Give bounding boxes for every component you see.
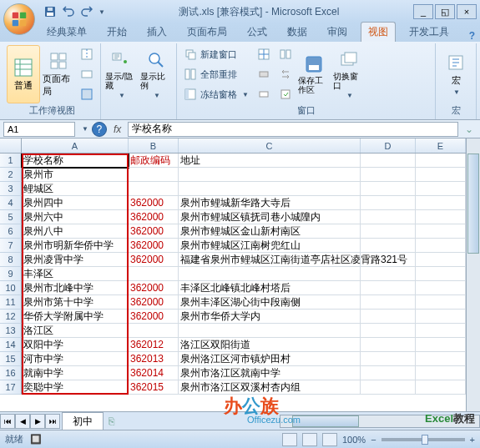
save-workspace-button[interactable]: 保存工作区 bbox=[297, 45, 331, 103]
cell[interactable]: 泉州八中 bbox=[22, 224, 129, 239]
cell[interactable] bbox=[129, 267, 179, 281]
cell[interactable]: 双阳中学 bbox=[22, 338, 129, 352]
last-sheet-button[interactable]: ⏭ bbox=[45, 414, 60, 429]
cell[interactable]: 362000 bbox=[129, 239, 179, 253]
new-sheet-icon[interactable]: ⎘ bbox=[104, 415, 119, 427]
row-header-5[interactable]: 5 bbox=[0, 210, 22, 224]
cell[interactable]: 泉州市鲤城新华路大寺后 bbox=[179, 196, 361, 210]
spreadsheet-grid[interactable]: ABCDE 1学校名称邮政编码地址2泉州市3鲤城区4泉州四中362000泉州市鲤… bbox=[0, 138, 480, 411]
cell[interactable]: 洛江区双阳街道 bbox=[179, 338, 361, 352]
page-break-preview-button[interactable] bbox=[77, 45, 97, 63]
column-header-D[interactable]: D bbox=[361, 138, 416, 153]
cell[interactable] bbox=[416, 154, 466, 168]
cell[interactable] bbox=[361, 239, 416, 253]
cell[interactable] bbox=[361, 267, 416, 281]
cell[interactable] bbox=[361, 182, 416, 196]
cell[interactable]: 奕聪中学 bbox=[22, 380, 129, 395]
cell[interactable] bbox=[361, 210, 416, 224]
zoom-slider[interactable] bbox=[381, 438, 465, 441]
cell[interactable]: 泉州凌霄中学 bbox=[22, 253, 129, 267]
cell[interactable]: 362013 bbox=[129, 352, 179, 366]
cell[interactable]: 泉州市 bbox=[22, 168, 129, 182]
prev-sheet-button[interactable]: ◀ bbox=[15, 414, 30, 429]
page-layout-view-icon[interactable] bbox=[302, 433, 317, 446]
row-header-11[interactable]: 11 bbox=[0, 295, 22, 310]
cell[interactable]: 泉州市鲤城区金山新村南区 bbox=[179, 224, 361, 239]
cell[interactable] bbox=[179, 267, 361, 281]
horizontal-scroll-thumb[interactable] bbox=[292, 415, 359, 427]
cell[interactable]: 泉州六中 bbox=[22, 210, 129, 224]
cell[interactable] bbox=[416, 366, 466, 380]
row-header-1[interactable]: 1 bbox=[0, 154, 22, 168]
cell[interactable] bbox=[361, 338, 416, 352]
cell[interactable]: 泉州丰泽区湖心街中段南侧 bbox=[179, 295, 361, 310]
cell[interactable] bbox=[416, 281, 466, 295]
minimize-button[interactable]: _ bbox=[413, 4, 433, 19]
cell[interactable]: 362000 bbox=[129, 310, 179, 324]
show-hide-button[interactable]: 显示/隐藏▼ bbox=[104, 45, 138, 103]
cell[interactable] bbox=[416, 310, 466, 324]
cell[interactable] bbox=[179, 324, 361, 338]
cell[interactable]: 362014 bbox=[129, 366, 179, 380]
first-sheet-button[interactable]: ⏮ bbox=[0, 414, 15, 429]
cell[interactable] bbox=[416, 210, 466, 224]
cell[interactable] bbox=[129, 168, 179, 182]
cell[interactable]: 泉州市洛江区双溪村杏内组 bbox=[179, 380, 361, 395]
cell[interactable] bbox=[416, 267, 466, 281]
cell[interactable]: 泉州四中 bbox=[22, 196, 129, 210]
fullscreen-button[interactable] bbox=[77, 85, 97, 103]
cell[interactable] bbox=[361, 324, 416, 338]
cell[interactable] bbox=[361, 253, 416, 267]
cell[interactable]: 362000 bbox=[129, 281, 179, 295]
zoom-thumb[interactable] bbox=[422, 435, 428, 445]
cell[interactable] bbox=[416, 295, 466, 310]
cell[interactable] bbox=[361, 224, 416, 239]
cell[interactable] bbox=[416, 380, 466, 395]
cell[interactable] bbox=[361, 168, 416, 182]
cell[interactable] bbox=[416, 239, 466, 253]
sheet-tab[interactable]: 初中 bbox=[62, 412, 104, 430]
cell[interactable] bbox=[416, 224, 466, 239]
cell[interactable] bbox=[129, 324, 179, 338]
row-header-8[interactable]: 8 bbox=[0, 253, 22, 267]
row-header-13[interactable]: 13 bbox=[0, 324, 22, 338]
save-icon[interactable] bbox=[42, 3, 58, 20]
cell[interactable] bbox=[416, 168, 466, 182]
cell[interactable]: 丰泽区北峰镇北峰村塔后 bbox=[179, 281, 361, 295]
namebox-dropdown-icon[interactable]: ▼ bbox=[82, 125, 88, 133]
ribbon-help-icon[interactable]: ? bbox=[469, 30, 475, 42]
name-box[interactable]: A1 bbox=[3, 122, 75, 137]
row-header-3[interactable]: 3 bbox=[0, 182, 22, 196]
normal-view-icon[interactable] bbox=[282, 433, 297, 446]
cell[interactable] bbox=[361, 352, 416, 366]
cell[interactable] bbox=[129, 182, 179, 196]
cell[interactable] bbox=[179, 168, 361, 182]
cell[interactable] bbox=[416, 338, 466, 352]
new-window-button[interactable]: 新建窗口 bbox=[180, 45, 252, 63]
column-header-B[interactable]: B bbox=[129, 138, 179, 153]
ribbon-tab-2[interactable]: 插入 bbox=[140, 23, 174, 42]
cell[interactable] bbox=[361, 366, 416, 380]
qat-dropdown-icon[interactable]: ▼ bbox=[99, 8, 105, 16]
row-header-6[interactable]: 6 bbox=[0, 224, 22, 239]
cell[interactable]: 就南中学 bbox=[22, 366, 129, 380]
cell[interactable]: 泉州市第十中学 bbox=[22, 295, 129, 310]
cell[interactable]: 362000 bbox=[129, 253, 179, 267]
freeze-panes-button[interactable]: 冻结窗格▼ bbox=[180, 85, 252, 103]
ribbon-tab-3[interactable]: 页面布局 bbox=[180, 23, 234, 42]
cell[interactable]: 华侨大学附属中学 bbox=[22, 310, 129, 324]
hide-button[interactable] bbox=[254, 65, 274, 83]
switch-windows-button[interactable]: 切换窗口▼ bbox=[332, 45, 366, 103]
column-header-A[interactable]: A bbox=[22, 138, 129, 153]
cell[interactable]: 362000 bbox=[129, 210, 179, 224]
cell[interactable]: 鲤城区 bbox=[22, 182, 129, 196]
cell[interactable] bbox=[416, 352, 466, 366]
formula-input[interactable]: 学校名称 bbox=[128, 122, 458, 137]
row-header-12[interactable]: 12 bbox=[0, 310, 22, 324]
ribbon-tab-1[interactable]: 开始 bbox=[100, 23, 134, 42]
macros-button[interactable]: 宏▼ bbox=[439, 45, 472, 103]
column-header-E[interactable]: E bbox=[416, 138, 466, 153]
help-icon[interactable]: ? bbox=[92, 122, 107, 137]
split-button[interactable] bbox=[254, 45, 274, 63]
vertical-scrollbar[interactable] bbox=[466, 138, 480, 411]
